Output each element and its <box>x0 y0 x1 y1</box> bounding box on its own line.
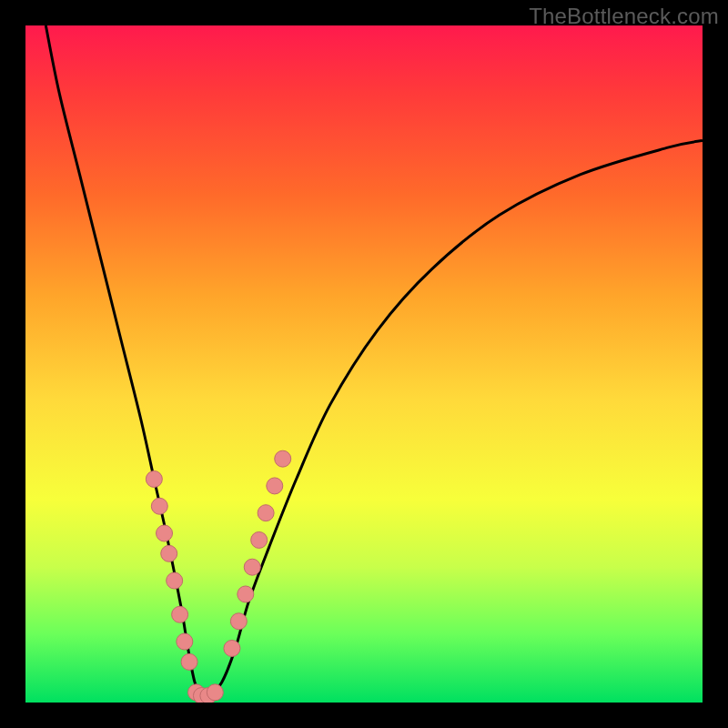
watermark-text: TheBottleneck.com <box>529 4 719 29</box>
curve-marker <box>151 498 167 514</box>
curve-marker <box>275 450 291 467</box>
curve-marker <box>157 525 173 541</box>
curve-marker <box>258 505 274 521</box>
curve-marker <box>177 633 193 650</box>
bottleneck-curve <box>46 25 703 697</box>
curve-marker <box>251 531 268 548</box>
curve-marker <box>230 613 247 630</box>
plot-area <box>25 25 703 703</box>
chart-frame: TheBottleneck.com <box>0 0 728 728</box>
curve-marker <box>207 684 223 701</box>
curve-marker <box>146 470 162 487</box>
curve-marker <box>161 545 177 561</box>
curve-marker <box>244 559 260 575</box>
curve-marker <box>172 606 188 622</box>
curve-marker <box>238 586 254 602</box>
curve-markers <box>146 450 290 703</box>
curve-layer <box>25 25 703 703</box>
curve-marker <box>267 478 283 494</box>
curve-marker <box>224 640 240 656</box>
curve-marker <box>167 572 183 589</box>
curve-marker <box>181 653 197 670</box>
